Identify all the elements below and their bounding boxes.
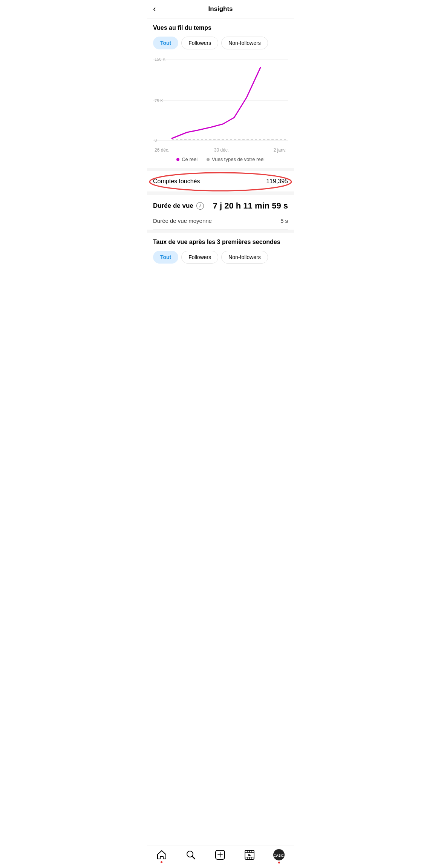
divider-2 [147, 192, 294, 195]
filter-tab-tout[interactable]: Tout [153, 37, 178, 49]
taux-filter-nonfollowers[interactable]: Non-followers [221, 251, 268, 264]
comptes-touche-container: Comptes touchés 119,395 [147, 171, 294, 192]
taux-filter-tabs: Tout Followers Non-followers [153, 251, 288, 264]
views-section-title: Vues au fil du temps [153, 25, 288, 31]
duration-title: Durée de vue [153, 202, 193, 210]
comptes-value: 119,395 [266, 178, 288, 185]
svg-text:75 K: 75 K [155, 98, 163, 103]
duration-title-wrap: Durée de vue i [153, 202, 204, 210]
legend-item-reel: Ce reel [176, 156, 198, 162]
avg-value: 5 s [280, 218, 288, 224]
chart-svg: 150 K 75 K 0 [153, 55, 288, 146]
comptes-label: Comptes touchés [153, 178, 200, 185]
info-icon[interactable]: i [196, 202, 204, 210]
legend-dot-reel [176, 158, 179, 161]
divider-1 [147, 168, 294, 171]
legend-label-typical: Vues types de votre reel [212, 156, 265, 162]
chart-legend: Ce reel Vues types de votre reel [153, 156, 288, 162]
comptes-touches-row[interactable]: Comptes touchés 119,395 [147, 171, 294, 192]
header: ‹ Insights [147, 0, 294, 18]
x-label-3: 2 janv. [274, 147, 286, 153]
views-filter-tabs: Tout Followers Non-followers [153, 37, 288, 49]
duration-header: Durée de vue i 7 j 20 h 11 min 59 s [153, 201, 288, 211]
x-axis-labels: 26 déc. 30 déc. 2 janv. [153, 147, 288, 153]
avg-duration-row: Durée de vue moyenne 5 s [153, 212, 288, 230]
taux-title: Taux de vue après les 3 premières second… [153, 239, 288, 245]
legend-dot-typical [207, 158, 210, 161]
legend-label-reel: Ce reel [182, 156, 198, 162]
taux-filter-followers[interactable]: Followers [181, 251, 218, 264]
filter-tab-nonfollowers[interactable]: Non-followers [221, 37, 268, 49]
duration-section: Durée de vue i 7 j 20 h 11 min 59 s Duré… [147, 195, 294, 230]
svg-text:0: 0 [155, 138, 157, 143]
taux-filter-tout[interactable]: Tout [153, 251, 178, 264]
views-section: Vues au fil du temps Tout Followers Non-… [147, 18, 294, 162]
filter-tab-followers[interactable]: Followers [181, 37, 218, 49]
page-title: Insights [208, 5, 233, 13]
legend-item-typical: Vues types de votre reel [207, 156, 265, 162]
divider-3 [147, 230, 294, 233]
back-button[interactable]: ‹ [153, 4, 156, 14]
x-label-1: 26 déc. [155, 147, 169, 153]
duration-value: 7 j 20 h 11 min 59 s [213, 201, 288, 211]
chart: 150 K 75 K 0 [153, 55, 288, 146]
svg-text:150 K: 150 K [155, 57, 165, 61]
taux-section: Taux de vue après les 3 premières second… [147, 233, 294, 264]
x-label-2: 30 déc. [214, 147, 229, 153]
avg-label: Durée de vue moyenne [153, 218, 212, 224]
